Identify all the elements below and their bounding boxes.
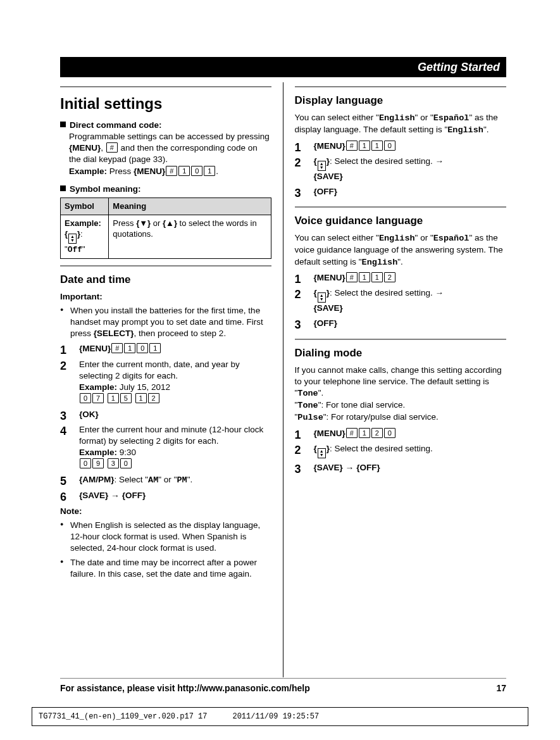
list-item: When English is selected as the display … (60, 520, 271, 555)
col-header: Symbol (61, 198, 109, 215)
footer-text: For assistance, please visit http://www.… (60, 682, 310, 694)
step: {OK} (60, 409, 271, 420)
off-key: {OFF} (122, 491, 146, 500)
text: : Select the desired setting. (330, 444, 433, 453)
text: July 15, 2012 (117, 382, 170, 392)
rule (60, 86, 271, 87)
text: or (161, 475, 174, 484)
rule (295, 206, 507, 208)
step: {SAVE} → {OFF} (295, 462, 507, 474)
page-title: Initial settings (60, 94, 271, 114)
note-label: Note: (60, 506, 271, 517)
square-bullet-icon (60, 122, 66, 127)
up-key: {▲} (163, 218, 177, 228)
menu-key: {MENU} (314, 273, 345, 282)
key: 1 (135, 393, 147, 403)
step: {MENU}#112 (295, 272, 507, 284)
right-column: Display language You can select either "… (283, 82, 507, 677)
text: : Select the desired setting. → (330, 288, 444, 298)
key: 1 (149, 343, 161, 353)
save-key: {SAVE} (314, 303, 343, 313)
dialing-mode-heading: Dialing mode (295, 346, 507, 361)
intro: You can select either "English" or "Espa… (295, 112, 507, 136)
hash-key: # (106, 142, 118, 153)
rule (295, 86, 507, 87)
nav-icon: ▲▼ (68, 234, 77, 244)
steps: {MENU}#120 {▲▼}: Select the desired sett… (295, 428, 507, 474)
key: 2 (384, 272, 395, 282)
steps: {MENU}#112 {▲▼}: Select the desired sett… (295, 272, 507, 330)
save-key: {SAVE} (314, 463, 343, 472)
nav-key: {▲▼} (314, 156, 330, 166)
step: {MENU}#110 (295, 141, 507, 152)
menu-key: {MENU} (314, 429, 345, 438)
step: {SAVE} → {OFF} (60, 490, 271, 502)
key: # (346, 428, 358, 438)
menu-key: {MENU} (79, 344, 111, 353)
key: 1 (178, 166, 190, 176)
important-list: When you install the batteries for the f… (60, 305, 271, 340)
symbol-table: Symbol Meaning Example: {▲▼}: "Off" Pres… (60, 198, 271, 259)
step: {MENU}#120 (295, 428, 507, 439)
text: Press (107, 166, 134, 176)
cell: Example: {▲▼}: "Off" (61, 215, 109, 258)
key: 1 (359, 428, 370, 438)
nav-key: {▲▼} (314, 444, 330, 453)
down-key: {▼} (136, 218, 151, 228)
key: 0 (384, 141, 395, 151)
list-item: When you install the batteries for the f… (60, 305, 271, 340)
menu-key: {MENU} (134, 166, 165, 176)
key: 0 (384, 428, 395, 438)
key: 1 (124, 343, 135, 353)
text: Programmable settings can be accessed by… (69, 132, 270, 141)
symbol-heading: Symbol meaning: (70, 184, 141, 194)
text: , (101, 143, 106, 153)
text: : Select (115, 475, 146, 484)
key: 1 (371, 141, 383, 151)
am-value: AM (148, 475, 158, 485)
key: 0 (80, 458, 91, 468)
arrow-right-icon: → (111, 491, 120, 501)
text: : Select the desired setting. → (330, 156, 444, 166)
step: {OFF} (295, 186, 507, 198)
intro: You can select either "English" or "Espa… (295, 232, 507, 268)
symbol-heading-row: Symbol meaning: (60, 184, 271, 195)
step: {▲▼}: Select the desired setting. (295, 443, 507, 458)
nav-key: {▲▼} (65, 229, 80, 239)
table-row: Symbol Meaning (61, 198, 271, 215)
off-value: Off (68, 245, 82, 254)
menu-key: {MENU} (314, 141, 345, 151)
voice-guidance-heading: Voice guidance language (295, 214, 507, 229)
text: 9:30 (117, 448, 136, 457)
off-key: {OFF} (314, 318, 338, 328)
step: Enter the current month, date, and year … (60, 359, 271, 405)
rule (60, 265, 271, 267)
text: Enter the current hour and minute (12-ho… (79, 425, 263, 446)
key: # (166, 166, 177, 176)
date-time-heading: Date and time (60, 273, 271, 287)
direct-body: Programmable settings can be accessed by… (69, 131, 271, 177)
example-label: Example: (65, 218, 101, 228)
square-bullet-icon (60, 185, 66, 191)
key: # (346, 272, 358, 282)
key: 1 (204, 166, 215, 176)
key: 2 (371, 428, 383, 438)
ok-key: {OK} (79, 410, 99, 419)
direct-command-block: Direct command code: Programmable settin… (60, 120, 271, 177)
pm-value: PM (177, 475, 187, 485)
text: or (151, 218, 163, 228)
page: Getting Started Initial settings Direct … (0, 0, 560, 740)
intro: If you cannot make calls, change this se… (295, 365, 507, 424)
print-left: TG7731_41_(en-en)_1109_ver.020.p17 17 (39, 712, 207, 722)
step: Enter the current hour and minute (12-ho… (60, 424, 271, 470)
page-footer: For assistance, please visit http://www.… (60, 678, 506, 694)
key: 2 (148, 393, 159, 403)
left-column: Initial settings Direct command code: Pr… (60, 82, 283, 677)
important-label: Important: (60, 291, 271, 303)
key: # (111, 343, 123, 353)
step: {MENU}#101 (60, 343, 271, 354)
menu-key: {MENU} (69, 143, 101, 153)
nav-key: {▲▼} (314, 288, 330, 298)
key: 0 (120, 458, 132, 468)
key: 3 (108, 458, 119, 468)
